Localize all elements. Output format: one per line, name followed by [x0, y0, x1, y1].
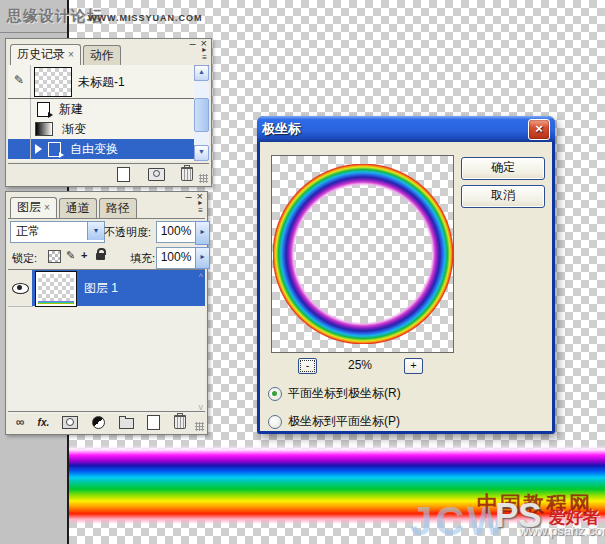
new-document-from-state-icon[interactable] [117, 167, 130, 182]
tab-layers[interactable]: 图层× [10, 197, 57, 218]
snapshot-thumbnail [34, 67, 72, 97]
fill-arrow-icon[interactable]: ▸ [195, 247, 210, 269]
zoom-out-button[interactable]: - [298, 358, 317, 374]
history-state-checkbox[interactable] [8, 119, 31, 139]
banner-divider [0, 32, 67, 33]
radio-polar-to-rect[interactable]: 极坐标到平面坐标(P) [268, 413, 400, 430]
zoom-level-value: 25% [334, 358, 386, 372]
dialog-title: 极坐标 [262, 120, 301, 138]
history-palette: – × 历史记录× 动作 ▸≡ ✎ 未标题-1 新建 [5, 38, 212, 187]
lock-paint-icon[interactable]: ✎ [66, 250, 75, 261]
tab-actions[interactable]: 动作 [83, 45, 121, 65]
scroll-up-icon[interactable]: ▲ [194, 65, 209, 81]
palette-menu-icon[interactable]: ▸≡ [198, 199, 205, 215]
history-brush-source-cell[interactable]: ✎ [8, 65, 31, 98]
snapshot-label: 未标题-1 [78, 74, 125, 91]
layer-list: 图层 1 ^ v [8, 270, 205, 414]
history-state-free-transform[interactable]: 自由变换 [8, 139, 194, 159]
resize-grip[interactable] [195, 422, 204, 431]
history-palette-footer [8, 163, 209, 184]
watermark-url: www.psahz.com [519, 523, 605, 538]
radio-unselected-icon[interactable] [268, 415, 282, 429]
resize-grip[interactable] [199, 174, 208, 183]
fill-label: 填充: [130, 251, 155, 266]
new-snapshot-icon[interactable] [148, 168, 165, 181]
radio-selected-icon[interactable] [268, 387, 282, 401]
forum-banner-url: WWW.MISSYUAN.COM [88, 13, 203, 23]
chevron-down-icon[interactable]: ▾ [87, 222, 104, 240]
history-list: ✎ 未标题-1 新建 渐变 自由变换 [8, 65, 195, 161]
history-state-checkbox[interactable] [8, 139, 31, 159]
tab-history[interactable]: 历史记录× [10, 44, 81, 65]
tab-paths[interactable]: 路径 [99, 198, 137, 218]
adjustment-layer-icon[interactable] [92, 416, 105, 429]
history-state-checkbox[interactable] [8, 99, 31, 119]
lock-transparency-icon[interactable] [48, 250, 61, 263]
close-icon[interactable]: × [528, 119, 550, 140]
add-layer-mask-icon[interactable] [62, 416, 78, 429]
tab-channels[interactable]: 通道 [59, 198, 97, 218]
filter-preview[interactable] [271, 155, 454, 353]
visibility-cell[interactable] [8, 270, 33, 307]
layer-thumbnail[interactable] [36, 272, 76, 306]
lock-controls-row: 锁定: ✎ + 填充: 100% ▸ [6, 246, 207, 269]
polar-coordinates-dialog: 极坐标 × 确定 取消 - 25% + 平面坐标到极坐标(R) 极坐标到平面坐标… [257, 116, 555, 434]
fill-value-field[interactable]: 100% [156, 247, 196, 269]
cancel-button[interactable]: 取消 [461, 185, 545, 208]
scroll-down-icon[interactable]: ▼ [194, 145, 209, 161]
opacity-label: 不透明度: [104, 225, 151, 240]
lock-all-icon[interactable] [96, 253, 105, 260]
delete-layer-icon[interactable] [174, 415, 186, 429]
blend-mode-select[interactable]: 正常 ▾ [10, 221, 105, 243]
tab-close-icon[interactable]: × [44, 202, 50, 213]
history-state-new[interactable]: 新建 [8, 99, 194, 119]
dialog-titlebar[interactable]: 极坐标 × [257, 116, 555, 142]
lock-label: 锁定: [12, 251, 37, 266]
lock-position-icon[interactable]: + [81, 250, 87, 261]
zoom-in-button[interactable]: + [404, 358, 423, 374]
layer-style-icon[interactable]: fx. [38, 417, 50, 428]
new-group-icon[interactable] [119, 418, 134, 429]
ok-button[interactable]: 确定 [461, 157, 545, 180]
history-brush-icon: ✎ [14, 73, 24, 87]
eye-icon [12, 283, 29, 294]
list-scroll-up-icon[interactable]: ^ [199, 272, 203, 282]
gradient-state-icon [35, 122, 53, 136]
palette-menu-icon[interactable]: ▸≡ [202, 46, 209, 62]
scrollbar-thumb[interactable] [194, 98, 209, 132]
layer-name: 图层 1 [84, 280, 118, 297]
history-state-icon [37, 102, 50, 117]
photoshop-workspace: 思缘设计论坛 WWW.MISSYUAN.COM JCW 中国教程网 PS 爱好者… [0, 0, 605, 544]
current-state-pointer-icon [35, 144, 42, 154]
link-layers-icon[interactable]: ∞ [16, 417, 25, 427]
layers-palette: – × 图层× 通道 路径 ▸≡ 正常 ▾ 不透明度: 100% ▸ 锁定: ✎… [5, 191, 208, 435]
history-snapshot-row[interactable]: ✎ 未标题-1 [8, 65, 194, 99]
tab-close-icon[interactable]: × [68, 49, 74, 60]
layer-row[interactable]: 图层 1 [32, 270, 205, 306]
layers-palette-footer: ∞ fx. [8, 411, 205, 432]
new-layer-icon[interactable] [147, 415, 160, 430]
radio-rect-to-polar[interactable]: 平面坐标到极坐标(R) [268, 385, 401, 402]
history-scrollbar[interactable]: ▲ ▼ [194, 65, 209, 161]
delete-state-icon[interactable] [181, 167, 193, 181]
opacity-value-field[interactable]: 100% [156, 221, 196, 243]
history-state-gradient[interactable]: 渐变 [8, 119, 194, 139]
rainbow-ring-preview [273, 164, 453, 344]
history-state-icon [48, 142, 61, 157]
opacity-arrow-icon[interactable]: ▸ [195, 221, 210, 245]
